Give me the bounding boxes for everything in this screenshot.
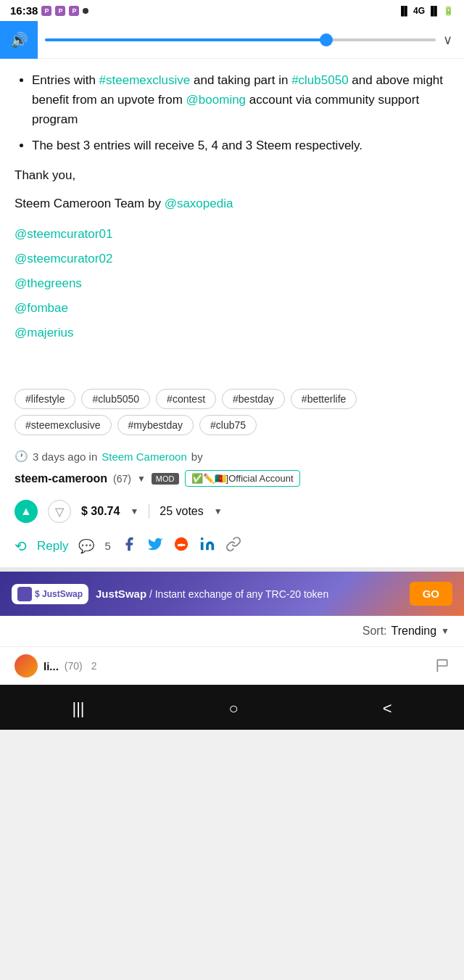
sort-value[interactable]: Trending [392, 625, 437, 638]
comments-icon[interactable]: 💬 [78, 538, 94, 554]
justswap-go-button[interactable]: GO [410, 582, 452, 606]
bullet-1: Entries with #steemexclusive and taking … [32, 70, 450, 130]
tag-pill[interactable]: #steemexclusive [14, 415, 112, 435]
audio-track-fill [45, 38, 326, 41]
downvote-button[interactable]: ▽ [48, 500, 71, 523]
official-account-badge: ✅✏️🇨🇲]Official Account [185, 470, 300, 487]
justswap-tagline: / Instant exchange of any TRC-20 token [149, 588, 328, 600]
commenter-name[interactable]: li... [44, 660, 59, 672]
nav-menu-icon: ||| [72, 699, 84, 717]
justswap-logo-text: $ JustSwap [35, 589, 83, 599]
pip-icon-3: P [69, 6, 79, 16]
volume-icon: 🔊 [10, 31, 28, 49]
clock-icon: 🕐 [14, 450, 28, 463]
mention-fombae[interactable]: @fombae [14, 301, 68, 315]
tag-pill[interactable]: #contest [156, 389, 216, 409]
thanks-line: Thank you, [14, 165, 450, 185]
tag-pill[interactable]: #betterlife [291, 389, 357, 409]
volume-button[interactable]: 🔊 [0, 21, 38, 59]
status-time: 16:38 [10, 4, 38, 17]
battery-icon: 🔋 [443, 6, 454, 16]
twitter-share-icon[interactable] [147, 536, 163, 556]
bullet1-mid: and taking part in [190, 73, 291, 87]
team-line: Steem Cameroon Team by @saxopedia [14, 194, 450, 213]
svg-point-1 [201, 538, 204, 540]
nav-home-icon: ○ [228, 699, 238, 717]
tag-pill[interactable]: #club5050 [81, 389, 150, 409]
sort-label: Sort: [362, 625, 387, 638]
mention-thegreens[interactable]: @thegreens [14, 276, 82, 290]
status-dot [83, 8, 88, 14]
audio-thumb[interactable] [320, 33, 333, 46]
nav-back-button[interactable]: < [368, 696, 407, 721]
pip-icon-2: P [55, 6, 65, 16]
link-share-icon[interactable] [225, 536, 241, 556]
sort-row: Sort: Trending ▼ [0, 616, 464, 646]
justswap-logo: $ JustSwap [12, 584, 88, 604]
article-content: Entries with #steemexclusive and taking … [0, 59, 464, 366]
signal-bars-icon: ▐▌ [398, 6, 410, 16]
action-row: ⟲ Reply 💬 5 [0, 529, 464, 572]
facebook-share-icon[interactable] [121, 536, 137, 556]
mentions-block: @steemcurator01 @steemcurator02 @thegree… [14, 222, 450, 345]
linkedin-share-icon[interactable] [199, 536, 215, 556]
vote-row: ▲ ▽ $ 30.74 ▼ 25 votes ▼ [0, 494, 464, 529]
repost-button[interactable]: ⟲ [14, 538, 27, 555]
signal-strength-icon: ▐▌ [428, 6, 440, 16]
upvote-button[interactable]: ▲ [14, 500, 38, 523]
mention-steemcurator01[interactable]: @steemcurator01 [14, 227, 112, 241]
reply-button[interactable]: Reply [37, 539, 68, 553]
author-name[interactable]: steem-cameroon [14, 472, 107, 485]
pip-icon-1: P [41, 6, 51, 16]
mention-steemcurator02[interactable]: @steemcurator02 [14, 252, 112, 265]
justswap-description: JustSwap / Instant exchange of any TRC-2… [96, 588, 402, 600]
payout-dropdown-icon[interactable]: ▼ [130, 506, 138, 516]
status-bar-left: 16:38 P P P [10, 4, 88, 17]
nav-menu-button[interactable]: ||| [57, 696, 99, 721]
justswap-banner: $ JustSwap JustSwap / Instant exchange o… [0, 572, 464, 616]
comments-count: 5 [104, 540, 110, 552]
time-ago: 3 days ago in [33, 450, 97, 463]
bullet-2: The best 3 entries will receive 5, 4 and… [32, 136, 450, 155]
svg-rect-2 [437, 660, 447, 666]
network-type: 4G [413, 6, 425, 16]
team-prefix: Steem Cameroon Team by [14, 197, 165, 210]
tag-pill[interactable]: #bestday [222, 389, 285, 409]
mod-badge: MOD [152, 473, 179, 485]
mention-booming[interactable]: @booming [186, 93, 246, 107]
tag-pill[interactable]: #mybestday [117, 415, 194, 435]
comment-count-badge: 2 [91, 660, 97, 672]
comment-preview: li... (70) 2 [0, 646, 464, 685]
votes-dropdown-icon[interactable]: ▼ [214, 506, 223, 516]
sort-chevron-icon[interactable]: ▼ [441, 626, 450, 636]
post-meta: 🕐 3 days ago in Steem Cameroon by [0, 441, 464, 463]
navigation-bar: ||| ○ < [0, 685, 464, 730]
mention-majerius[interactable]: @majerius [14, 326, 74, 339]
votes-count: 25 votes [160, 505, 203, 518]
author-row: steem-cameroon (67) ▼ MOD ✅✏️🇨🇲]Official… [0, 463, 464, 494]
tag-pill[interactable]: #lifestyle [14, 389, 75, 409]
author-reputation: (67) [113, 473, 131, 485]
by-text: by [191, 450, 203, 463]
author-dropdown-icon[interactable]: ▼ [137, 474, 146, 484]
audio-player: 🔊 ∨ [0, 21, 464, 59]
community-link[interactable]: Steem Cameroon [102, 450, 187, 463]
nav-home-button[interactable]: ○ [214, 696, 252, 721]
tag-pill[interactable]: #club75 [199, 415, 257, 435]
mention-saxopedia[interactable]: @saxopedia [165, 197, 233, 210]
tags-section: #lifestyle#club5050#contest#bestday#bett… [0, 377, 464, 441]
status-bar: 16:38 P P P ▐▌ 4G ▐▌ 🔋 [0, 0, 464, 21]
hashtag-steemexclusive[interactable]: #steemexclusive [99, 73, 191, 87]
audio-chevron-icon[interactable]: ∨ [443, 32, 452, 48]
reddit-share-icon[interactable] [173, 536, 189, 556]
commenter-avatar [14, 654, 38, 678]
comment-rep: (70) [65, 660, 83, 672]
hashtag-club5050[interactable]: #club5050 [291, 73, 348, 87]
audio-seek-bar[interactable] [45, 38, 436, 41]
payout-amount: $ 30.74 [81, 505, 120, 518]
flag-icon[interactable] [435, 659, 450, 673]
bullet1-prefix: Entries with [32, 73, 99, 87]
justswap-logo-icon [17, 587, 32, 601]
justswap-brand: JustSwap [96, 588, 146, 600]
status-bar-right: ▐▌ 4G ▐▌ 🔋 [398, 6, 454, 16]
